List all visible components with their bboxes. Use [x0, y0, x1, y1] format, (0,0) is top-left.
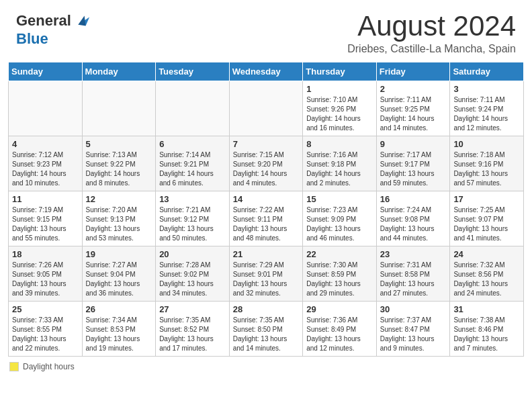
col-thursday: Thursday — [303, 62, 377, 81]
day-number: 27 — [159, 304, 226, 314]
col-friday: Friday — [376, 62, 450, 81]
day-number: 12 — [86, 194, 152, 204]
table-row: 13Sunrise: 7:21 AMSunset: 9:12 PMDayligh… — [156, 191, 230, 246]
table-row: 1Sunrise: 7:10 AMSunset: 9:26 PMDaylight… — [303, 81, 377, 136]
day-info: Sunrise: 7:33 AMSunset: 8:55 PMDaylight:… — [12, 316, 79, 353]
day-number: 8 — [306, 139, 373, 149]
day-number: 17 — [453, 194, 520, 204]
table-row: 24Sunrise: 7:32 AMSunset: 8:56 PMDayligh… — [450, 246, 524, 302]
day-number: 1 — [306, 84, 373, 94]
day-info: Sunrise: 7:22 AMSunset: 9:11 PMDaylight:… — [233, 205, 300, 243]
table-row: 19Sunrise: 7:27 AMSunset: 9:04 PMDayligh… — [82, 246, 156, 302]
day-number: 25 — [12, 304, 79, 314]
day-number: 28 — [233, 304, 300, 314]
header: General Blue August 2024 Driebes, Castil… — [0, 0, 532, 62]
day-info: Sunrise: 7:14 AMSunset: 9:21 PMDaylight:… — [159, 150, 226, 188]
table-row — [229, 81, 303, 136]
day-info: Sunrise: 7:15 AMSunset: 9:20 PMDaylight:… — [233, 150, 300, 188]
day-number: 18 — [12, 249, 79, 259]
day-info: Sunrise: 7:30 AMSunset: 8:59 PMDaylight:… — [306, 261, 373, 298]
table-row: 22Sunrise: 7:30 AMSunset: 8:59 PMDayligh… — [303, 246, 377, 302]
day-info: Sunrise: 7:24 AMSunset: 9:08 PMDaylight:… — [380, 205, 447, 243]
calendar-week-row: 25Sunrise: 7:33 AMSunset: 8:55 PMDayligh… — [9, 302, 524, 357]
calendar-week-row: 4Sunrise: 7:12 AMSunset: 9:23 PMDaylight… — [9, 136, 524, 191]
table-row: 20Sunrise: 7:28 AMSunset: 9:02 PMDayligh… — [156, 246, 230, 302]
day-number: 30 — [380, 304, 447, 314]
svg-marker-1 — [78, 16, 85, 26]
day-info: Sunrise: 7:12 AMSunset: 9:23 PMDaylight:… — [12, 150, 79, 188]
table-row: 16Sunrise: 7:24 AMSunset: 9:08 PMDayligh… — [376, 191, 450, 246]
logo-bird-icon — [72, 12, 91, 31]
table-row: 28Sunrise: 7:35 AMSunset: 8:50 PMDayligh… — [229, 302, 303, 357]
table-row: 17Sunrise: 7:25 AMSunset: 9:07 PMDayligh… — [450, 191, 524, 246]
day-info: Sunrise: 7:23 AMSunset: 9:09 PMDaylight:… — [306, 205, 373, 243]
calendar-table: Sunday Monday Tuesday Wednesday Thursday… — [8, 62, 524, 357]
day-info: Sunrise: 7:18 AMSunset: 9:16 PMDaylight:… — [453, 150, 520, 188]
day-number: 21 — [233, 249, 300, 259]
day-number: 22 — [306, 249, 373, 259]
col-monday: Monday — [82, 62, 156, 81]
table-row: 23Sunrise: 7:31 AMSunset: 8:58 PMDayligh… — [376, 246, 450, 302]
day-number: 26 — [86, 304, 152, 314]
day-info: Sunrise: 7:36 AMSunset: 8:49 PMDaylight:… — [306, 316, 373, 353]
daylight-box-icon — [9, 362, 19, 371]
day-number: 20 — [159, 249, 226, 259]
day-number: 24 — [453, 249, 520, 259]
table-row: 6Sunrise: 7:14 AMSunset: 9:21 PMDaylight… — [156, 136, 230, 191]
table-row: 29Sunrise: 7:36 AMSunset: 8:49 PMDayligh… — [303, 302, 377, 357]
day-info: Sunrise: 7:26 AMSunset: 9:05 PMDaylight:… — [12, 261, 79, 298]
table-row: 25Sunrise: 7:33 AMSunset: 8:55 PMDayligh… — [9, 302, 83, 357]
day-number: 4 — [12, 139, 79, 149]
table-row: 8Sunrise: 7:16 AMSunset: 9:18 PMDaylight… — [303, 136, 377, 191]
day-number: 11 — [12, 194, 79, 204]
table-row — [9, 81, 83, 136]
location-subtitle: Driebes, Castille-La Mancha, Spain — [347, 43, 516, 55]
table-row: 21Sunrise: 7:29 AMSunset: 9:01 PMDayligh… — [229, 246, 303, 302]
table-row: 14Sunrise: 7:22 AMSunset: 9:11 PMDayligh… — [229, 191, 303, 246]
col-saturday: Saturday — [450, 62, 524, 81]
table-row — [156, 81, 230, 136]
table-row: 18Sunrise: 7:26 AMSunset: 9:05 PMDayligh… — [9, 246, 83, 302]
day-info: Sunrise: 7:31 AMSunset: 8:58 PMDaylight:… — [380, 261, 447, 298]
day-number: 9 — [380, 139, 447, 149]
table-row: 3Sunrise: 7:11 AMSunset: 9:24 PMDaylight… — [450, 81, 524, 136]
col-tuesday: Tuesday — [156, 62, 230, 81]
table-row: 30Sunrise: 7:37 AMSunset: 8:47 PMDayligh… — [376, 302, 450, 357]
month-year-title: August 2024 — [347, 12, 516, 40]
day-number: 3 — [453, 84, 520, 94]
day-number: 14 — [233, 194, 300, 204]
day-info: Sunrise: 7:29 AMSunset: 9:01 PMDaylight:… — [233, 261, 300, 298]
logo-blue-text: Blue — [16, 30, 48, 47]
day-info: Sunrise: 7:27 AMSunset: 9:04 PMDaylight:… — [86, 261, 152, 298]
table-row: 11Sunrise: 7:19 AMSunset: 9:15 PMDayligh… — [9, 191, 83, 246]
day-info: Sunrise: 7:35 AMSunset: 8:50 PMDaylight:… — [233, 316, 300, 353]
day-info: Sunrise: 7:17 AMSunset: 9:17 PMDaylight:… — [380, 150, 447, 188]
day-info: Sunrise: 7:28 AMSunset: 9:02 PMDaylight:… — [159, 261, 226, 298]
day-info: Sunrise: 7:32 AMSunset: 8:56 PMDaylight:… — [453, 261, 520, 298]
col-wednesday: Wednesday — [229, 62, 303, 81]
day-number: 2 — [380, 84, 447, 94]
day-info: Sunrise: 7:37 AMSunset: 8:47 PMDaylight:… — [380, 316, 447, 353]
table-row: 31Sunrise: 7:38 AMSunset: 8:46 PMDayligh… — [450, 302, 524, 357]
calendar-week-row: 18Sunrise: 7:26 AMSunset: 9:05 PMDayligh… — [9, 246, 524, 302]
day-info: Sunrise: 7:35 AMSunset: 8:52 PMDaylight:… — [159, 316, 226, 353]
table-row: 5Sunrise: 7:13 AMSunset: 9:22 PMDaylight… — [82, 136, 156, 191]
calendar-header-row: Sunday Monday Tuesday Wednesday Thursday… — [9, 62, 524, 81]
logo: General Blue — [16, 12, 91, 47]
table-row: 12Sunrise: 7:20 AMSunset: 9:13 PMDayligh… — [82, 191, 156, 246]
day-info: Sunrise: 7:10 AMSunset: 9:26 PMDaylight:… — [306, 95, 373, 133]
table-row: 7Sunrise: 7:15 AMSunset: 9:20 PMDaylight… — [229, 136, 303, 191]
day-number: 5 — [86, 139, 152, 149]
day-number: 23 — [380, 249, 447, 259]
day-info: Sunrise: 7:16 AMSunset: 9:18 PMDaylight:… — [306, 150, 373, 188]
day-number: 29 — [306, 304, 373, 314]
table-row: 27Sunrise: 7:35 AMSunset: 8:52 PMDayligh… — [156, 302, 230, 357]
table-row — [82, 81, 156, 136]
day-number: 10 — [453, 139, 520, 149]
table-row: 4Sunrise: 7:12 AMSunset: 9:23 PMDaylight… — [9, 136, 83, 191]
day-number: 31 — [453, 304, 520, 314]
day-number: 19 — [86, 249, 152, 259]
table-row: 10Sunrise: 7:18 AMSunset: 9:16 PMDayligh… — [450, 136, 524, 191]
day-number: 7 — [233, 139, 300, 149]
day-info: Sunrise: 7:21 AMSunset: 9:12 PMDaylight:… — [159, 205, 226, 243]
